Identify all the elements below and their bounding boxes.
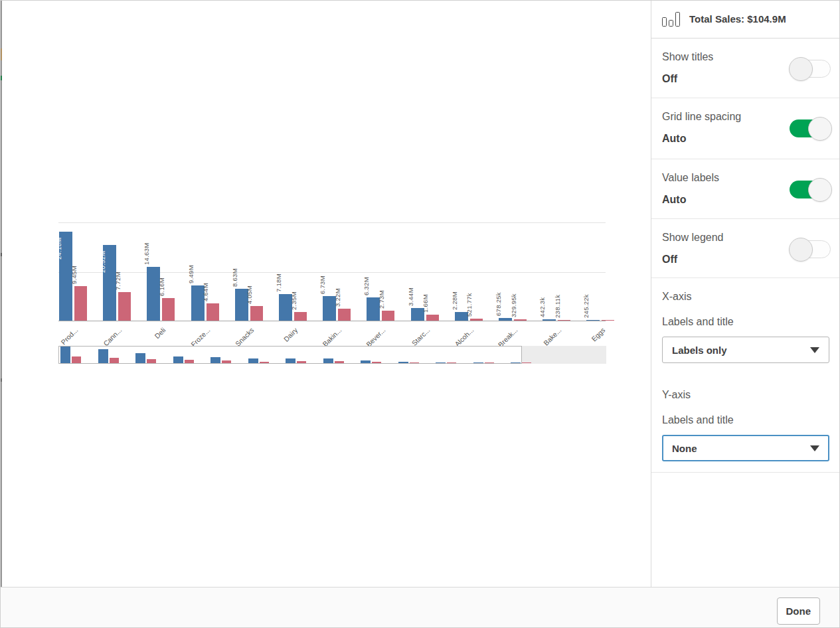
mini-red-bar xyxy=(260,362,269,363)
mini-blue-bar xyxy=(436,362,446,363)
value-label: 521.77k xyxy=(465,293,473,317)
red-bar[interactable] xyxy=(470,319,483,321)
value-label: 2.28M xyxy=(451,291,458,310)
value-label: 6.16M xyxy=(158,277,165,296)
category-label[interactable]: Snacks xyxy=(175,326,256,407)
mini-red-bar xyxy=(485,362,494,363)
x-axis-section: X-axis Labels and title Labels only xyxy=(651,278,840,376)
value-labels-section: Value labels Auto xyxy=(651,159,840,219)
left-strip-speck xyxy=(0,378,2,382)
left-edge-appbar-remnant xyxy=(0,0,2,587)
category-label[interactable]: Deli xyxy=(86,326,167,407)
mini-blue-bar xyxy=(135,353,145,363)
mini-blue-bar xyxy=(60,347,70,363)
mini-red-bar xyxy=(147,359,156,363)
red-bar[interactable] xyxy=(382,311,394,321)
red-bar[interactable] xyxy=(207,303,219,321)
grid-line-spacing-toggle[interactable] xyxy=(790,119,831,137)
value-label: 9.49M xyxy=(187,266,195,284)
y-axis-sublabel: Labels and title xyxy=(662,413,829,428)
toggle-knob[interactable] xyxy=(789,57,813,81)
panel-header: Total Sales: $104.9M xyxy=(651,0,840,39)
mini-blue-bar xyxy=(398,362,408,363)
mini-red-bar xyxy=(522,362,531,363)
blue-bar[interactable] xyxy=(586,320,600,321)
show-titles-section: Show titles Off xyxy=(651,39,840,98)
value-label: 2.35M xyxy=(290,291,297,310)
left-strip-speck xyxy=(0,253,2,256)
value-label: 8.63M xyxy=(231,268,238,287)
category-label[interactable]: Bakin... xyxy=(262,326,343,407)
navigator-overflow-area[interactable] xyxy=(522,346,606,364)
value-labels-toggle[interactable] xyxy=(790,181,831,198)
toggle-knob[interactable] xyxy=(808,117,832,141)
x-axis-dropdown-value: Labels only xyxy=(672,345,727,356)
mini-blue-bar xyxy=(248,358,258,363)
red-bar[interactable] xyxy=(162,298,175,321)
category-label[interactable]: Bake... xyxy=(482,326,563,407)
mini-red-bar xyxy=(185,360,194,363)
chevron-down-icon xyxy=(810,347,819,353)
mini-blue-bar xyxy=(210,357,220,363)
category-label[interactable]: Dairy xyxy=(218,326,299,407)
value-label: 7.72M xyxy=(114,272,122,290)
category-label[interactable]: Alcoh... xyxy=(394,326,475,407)
mini-red-bar xyxy=(72,356,81,363)
x-axis-dropdown[interactable]: Labels only xyxy=(662,337,829,363)
value-label: 3.22M xyxy=(334,288,341,307)
category-label[interactable]: Froze... xyxy=(130,326,211,407)
toggle-knob[interactable] xyxy=(789,238,813,262)
x-axis-sublabel: Labels and title xyxy=(662,315,829,329)
red-bar[interactable] xyxy=(118,292,131,321)
red-bar[interactable] xyxy=(74,286,87,321)
red-bar[interactable] xyxy=(514,319,527,321)
value-label: 3.44M xyxy=(407,287,414,306)
category-label[interactable]: Break... xyxy=(438,326,519,407)
gridline-middle xyxy=(58,272,606,273)
red-bar[interactable] xyxy=(338,309,351,321)
mini-red-bar xyxy=(372,362,381,363)
value-label: 7.18M xyxy=(275,274,282,292)
mini-red-bar xyxy=(110,358,119,363)
done-button[interactable]: Done xyxy=(777,597,821,625)
value-label: 14.63M xyxy=(143,242,150,265)
toggle-knob[interactable] xyxy=(808,178,832,202)
red-bar[interactable] xyxy=(602,320,614,321)
value-label: 442.3k xyxy=(539,297,546,317)
mini-blue-bar xyxy=(173,356,183,363)
grid-line-spacing-section: Grid line spacing Auto xyxy=(651,98,840,159)
value-label: 238.11k xyxy=(554,294,561,317)
value-label: 4.64M xyxy=(202,283,209,301)
value-label: 24.18M xyxy=(55,237,62,260)
show-legend-section: Show legend Off xyxy=(651,219,840,278)
blue-bar[interactable] xyxy=(543,319,556,321)
value-label: 329.95k xyxy=(510,293,517,317)
left-strip-speck xyxy=(0,48,2,60)
mini-red-bar xyxy=(410,362,419,363)
show-legend-toggle[interactable] xyxy=(790,240,831,258)
value-label: 678.25k xyxy=(495,292,502,316)
category-label[interactable]: Starc... xyxy=(350,326,431,407)
value-label: 245.22k xyxy=(582,294,590,318)
mini-red-bar xyxy=(335,361,344,363)
show-titles-toggle[interactable] xyxy=(790,60,831,78)
red-bar[interactable] xyxy=(250,306,263,321)
value-label: 2.73M xyxy=(378,290,385,309)
red-bar[interactable] xyxy=(558,320,570,321)
y-axis-dropdown[interactable]: None xyxy=(662,435,829,461)
red-bar[interactable] xyxy=(426,315,439,321)
category-label[interactable]: Eggs xyxy=(526,326,607,407)
y-axis-dropdown-value: None xyxy=(672,443,697,454)
mini-red-bar xyxy=(297,361,306,363)
red-bar[interactable] xyxy=(294,312,307,321)
chart-title: Total Sales: $104.9M xyxy=(689,13,786,25)
blue-bar[interactable] xyxy=(499,318,512,321)
value-label: 6.32M xyxy=(363,277,370,295)
category-label[interactable]: Prod... xyxy=(0,326,79,407)
category-label[interactable]: Bever... xyxy=(306,326,387,407)
x-axis-line xyxy=(58,321,606,321)
category-label[interactable]: Cann... xyxy=(42,326,124,407)
mini-blue-bar xyxy=(511,362,521,363)
mini-blue-bar xyxy=(323,358,333,363)
mini-blue-bar xyxy=(473,362,483,363)
